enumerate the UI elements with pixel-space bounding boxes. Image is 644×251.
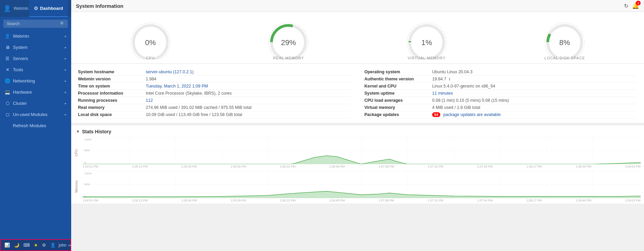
sidebar-item-label: Cluster (13, 101, 27, 106)
svg-text:50%: 50% (84, 183, 90, 186)
sidebar-item-webmin[interactable]: 👤 Webmin ▸ (0, 31, 71, 42)
nav-menu: 👤 Webmin ▸ 🖥 System ▸ ☰ Servers ▸ ✕ Tool… (0, 31, 71, 131)
system-nav-icon: 🖥 (5, 45, 10, 50)
terminal-icon[interactable]: ⌨ (22, 242, 31, 248)
top-bar-right: ↻ 🔔 1 (624, 2, 639, 9)
sidebar-item-tools[interactable]: ✕ Tools ▸ (0, 64, 71, 75)
notification-bell[interactable]: 🔔 1 (632, 2, 639, 9)
notification-badge: 1 (636, 1, 641, 5)
svg-text:50%: 50% (84, 149, 90, 152)
sidebar-item-label: Webmin (13, 34, 29, 39)
processes-link[interactable]: 112 (146, 98, 153, 103)
info-row-uptime: System uptime 11 minutes (364, 90, 637, 97)
load-value: 0.08 (1 min) 0.15 (5 mins) 0.08 (15 mins… (432, 98, 509, 103)
chevron-right-icon: ▸ (65, 45, 66, 49)
stats-collapse-icon[interactable]: ▼ (76, 129, 80, 134)
disk-space-value: 10.09 GiB used / 113.49 GiB free / 123.5… (146, 112, 242, 117)
hostname-value: server-ubuntu (127.0.2.1) (146, 70, 194, 74)
chevron-right-icon: ▸ (65, 79, 66, 83)
sysinfo-left: System hostname server-ubuntu (127.0.2.1… (78, 69, 351, 118)
sidebar-item-networking[interactable]: 🌐 Networking ▸ (0, 75, 71, 86)
sidebar-item-label: Servers (13, 56, 28, 61)
stats-section: ▼ Stats History CPU (71, 125, 644, 204)
real-memory-gauge-label: REAL MEMORY (273, 56, 304, 60)
search-input[interactable] (3, 20, 68, 28)
cpu-gauge-label: CPU (146, 56, 155, 60)
packages-link[interactable]: package updates are available (443, 112, 501, 117)
sidebar-bottom-bar: 📊 🌙 ⌨ ★ ⚙ 👤 john ▸▸ (0, 239, 71, 251)
username-label: john (59, 243, 66, 248)
time-label: Time on system (78, 84, 142, 89)
star-icon[interactable]: ★ (33, 242, 39, 248)
load-label: CPU load averages (364, 98, 429, 103)
time-value: Tuesday, March 1, 2022 1:09 PM (146, 84, 208, 89)
info-row-webmin-version: Webmin version 1.984 (78, 76, 351, 83)
processor-value: Intel Core Processor (Skylake, IBRS), 2 … (146, 91, 232, 96)
sidebar-item-label: Networking (13, 78, 35, 83)
svg-text:29%: 29% (281, 38, 296, 47)
processes-value: 112 (146, 98, 153, 103)
webmin-version-label: Webmin version (78, 77, 142, 81)
stats-title: Stats History (82, 129, 111, 134)
local-disk-gauge-label: LOCAL DISK SPACE (544, 56, 585, 60)
webmin-nav-icon: 👤 (5, 34, 10, 39)
svg-text:100%: 100% (84, 138, 92, 141)
webmin-logo: 👤 Webmin (3, 5, 29, 12)
memory-chart-x-axis: 1:04:51 PM1:05:13 PM1:05:36 PM1:05:59 PM… (83, 198, 641, 202)
package-count-badge: 54 (432, 112, 440, 117)
hardware-nav-icon: 💻 (5, 90, 10, 95)
chevron-right-icon: ▸ (65, 113, 66, 116)
sidebar-item-label: Un-used Modules (13, 112, 47, 117)
sidebar-item-refresh-modules[interactable]: Refresh Modules (0, 120, 71, 131)
webmin-user-icon: 👤 (3, 5, 11, 12)
chevron-right-icon: ▸ (65, 34, 66, 38)
user-icon[interactable]: 👤 (49, 242, 57, 248)
hostname-link[interactable]: server-ubuntu (127.0.2.1) (146, 70, 194, 74)
processor-label: Processor information (78, 91, 142, 96)
uptime-link[interactable]: 11 minutes (432, 91, 453, 96)
virtual-memory-info-value: 4 MiB used / 1.9 GiB total (432, 105, 480, 110)
dashboard-tab[interactable]: ⊙ Dashboard (29, 0, 68, 17)
cluster-nav-icon: ⬡ (5, 101, 10, 106)
cpu-chart-area: 100% 50% 0 1:04:51 PM1:05:13 PM1:05:36 P… (83, 137, 641, 168)
virtual-memory-gauge-label: VIRTUAL MEMORY (408, 56, 446, 60)
theme-version-value: 19.84.7 ℹ (432, 77, 450, 81)
top-bar: System Information ↻ 🔔 1 (71, 0, 644, 12)
sidebar-header: 👤 Webmin ⊙ Dashboard (0, 0, 71, 17)
sidebar-item-label: Hardware (13, 90, 32, 95)
chevron-right-icon: ▸ (65, 68, 66, 72)
info-row-disk-space: Local disk space 10.09 GiB used / 113.49… (78, 111, 351, 118)
moon-icon[interactable]: 🌙 (13, 242, 20, 248)
chevron-right-bottom-icon: ▸▸ (68, 243, 71, 247)
info-row-hostname: System hostname server-ubuntu (127.0.2.1… (78, 69, 351, 76)
sidebar-item-label: Tools (13, 67, 23, 72)
dashboard-label: Dashboard (40, 6, 63, 11)
info-row-time: Time on system Tuesday, March 1, 2022 1:… (78, 83, 351, 90)
sidebar-item-unused-modules[interactable]: ◻ Un-used Modules ▸ (0, 109, 71, 120)
kernel-label: Kernel and CPU (364, 84, 429, 89)
sidebar-item-cluster[interactable]: ⬡ Cluster ▸ (0, 98, 71, 109)
sidebar-item-system[interactable]: 🖥 System ▸ (0, 42, 71, 53)
info-row-theme-version: Authentic theme version 19.84.7 ℹ (364, 76, 637, 83)
info-row-processes: Running processes 112 (78, 97, 351, 104)
uptime-value: 11 minutes (432, 91, 453, 96)
sysinfo-section: System hostname server-ubuntu (127.0.2.1… (71, 64, 644, 123)
tools-nav-icon: ✕ (5, 67, 10, 72)
stats-header: ▼ Stats History (75, 129, 641, 134)
memory-chart-y-label: Memory (75, 171, 81, 202)
chevron-right-icon: ▸ (65, 90, 66, 94)
sidebar-item-servers[interactable]: ☰ Servers ▸ (0, 53, 71, 64)
settings-icon[interactable]: ⚙ (41, 242, 47, 248)
stats-icon[interactable]: 📊 (3, 242, 11, 248)
time-link[interactable]: Tuesday, March 1, 2022 1:09 PM (146, 84, 208, 89)
chevron-right-icon: ▸ (65, 101, 66, 105)
sidebar-item-hardware[interactable]: 💻 Hardware ▸ (0, 86, 71, 98)
real-memory-gauge: 29% REAL MEMORY (255, 15, 322, 60)
info-row-kernel: Kernel and CPU Linux 5.4.0-97-generic on… (364, 83, 637, 90)
refresh-icon[interactable]: ↻ (624, 3, 628, 9)
info-row-real-memory: Real memory 274.96 MiB used / 391.02 MiB… (78, 104, 351, 111)
servers-nav-icon: ☰ (5, 56, 10, 61)
info-icon[interactable]: ℹ (449, 77, 450, 81)
real-memory-value: 274.96 MiB used / 391.02 MiB cached / 97… (146, 105, 251, 110)
virtual-memory-info-label: Virtual memory (364, 105, 429, 110)
